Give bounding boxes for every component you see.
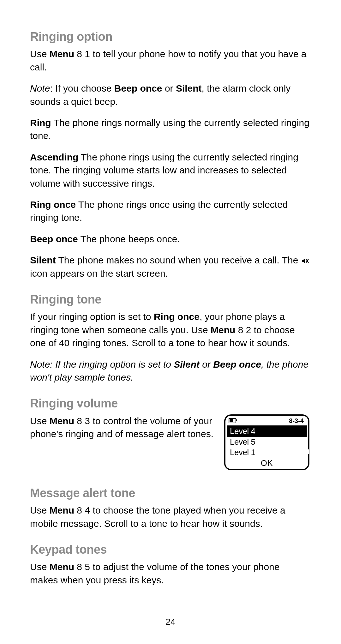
- heading-message-alert: Message alert tone: [30, 485, 309, 501]
- text: : If you choose: [50, 83, 114, 93]
- text: Use: [30, 49, 50, 59]
- para-ro-note: Note: If you choose Beep once or Silent,…: [30, 82, 309, 108]
- para-ro-ringonce: Ring once The phone rings once using the…: [30, 198, 309, 224]
- text: Use: [30, 416, 50, 426]
- text-bold: Menu: [50, 416, 74, 426]
- text-bold: Ring once: [30, 199, 76, 210]
- heading-ringing-volume: Ringing volume: [30, 395, 309, 412]
- para-rt-note: Note: If the ringing option is set to Si…: [30, 358, 309, 384]
- battery-icon: [229, 418, 236, 423]
- list-item: Level 5: [228, 437, 306, 447]
- text: If your ringing option is set to: [30, 311, 154, 322]
- text: icon appears on the start screen.: [30, 268, 168, 279]
- para-ro-intro: Use Menu 8 1 to tell your phone how to n…: [30, 47, 309, 74]
- manual-page: Ringing option Use Menu 8 1 to tell your…: [0, 0, 341, 644]
- heading-ringing-option: Ringing option: [30, 28, 309, 45]
- phone-screen-illustration: 8-3-4 Level 4 Level 5 Level 1 OK: [224, 414, 309, 470]
- text: The phone rings normally using the curre…: [30, 117, 309, 141]
- text-italic: Note: [30, 83, 50, 93]
- para-ro-beeponce: Beep once The phone beeps once.: [30, 232, 309, 245]
- scrollbar-notch: [308, 449, 309, 454]
- text-bold: Menu: [50, 49, 74, 59]
- text-italic: or: [200, 359, 213, 370]
- ringing-volume-block: 8-3-4 Level 4 Level 5 Level 1 OK Use Men…: [30, 414, 309, 473]
- text-bold: Ascending: [30, 152, 78, 162]
- text-bold-italic: Silent: [174, 359, 200, 370]
- menu-path-text: 8-3-4: [289, 417, 304, 425]
- para-ma-main: Use Menu 8 4 to choose the tone played w…: [30, 504, 309, 530]
- para-rt-main: If your ringing option is set to Ring on…: [30, 310, 309, 349]
- list-item: Level 4: [227, 425, 307, 437]
- text-bold: Beep once: [30, 234, 78, 244]
- text-bold: Silent: [176, 83, 202, 93]
- text-bold: Silent: [30, 255, 56, 265]
- text: or: [162, 83, 176, 93]
- para-ro-silent: Silent The phone makes no sound when you…: [30, 254, 309, 280]
- softkey-label: OK: [228, 457, 306, 468]
- text-bold: Beep once: [114, 83, 162, 93]
- page-number: 24: [0, 616, 341, 628]
- text: The phone makes no sound when you receiv…: [56, 255, 301, 265]
- silent-mode-icon: [301, 255, 309, 265]
- text-bold: Menu: [211, 325, 235, 335]
- text-bold: Menu: [50, 562, 74, 572]
- para-ro-ring: Ring The phone rings normally using the …: [30, 116, 309, 142]
- text: Use: [30, 505, 50, 515]
- para-kp-main: Use Menu 8 5 to adjust the volume of the…: [30, 560, 309, 587]
- list-item: Level 1: [228, 447, 306, 458]
- phone-screen: 8-3-4 Level 4 Level 5 Level 1 OK: [224, 414, 309, 470]
- text: Use: [30, 562, 50, 572]
- heading-ringing-tone: Ringing tone: [30, 291, 309, 308]
- text-bold: Ring once: [154, 311, 200, 322]
- phone-screen-header: 8-3-4: [228, 417, 306, 425]
- para-ro-ascending: Ascending The phone rings using the curr…: [30, 151, 309, 190]
- text-bold: Menu: [50, 505, 74, 515]
- text-italic: Note: If the ringing option is set to: [30, 359, 174, 370]
- text-bold-italic: Beep once: [213, 359, 261, 370]
- text-bold: Ring: [30, 117, 51, 128]
- text: The phone beeps once.: [78, 234, 180, 244]
- heading-keypad-tones: Keypad tones: [30, 541, 309, 558]
